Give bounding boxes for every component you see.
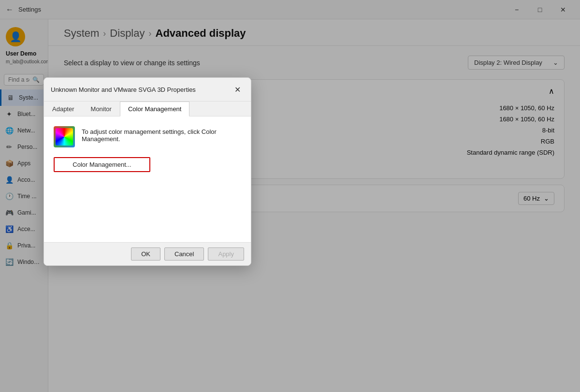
tab-monitor[interactable]: Monitor bbox=[83, 102, 120, 116]
color-wheel bbox=[56, 128, 73, 145]
color-management-button[interactable]: Color Management... bbox=[54, 157, 150, 172]
tab-color-management[interactable]: Color Management bbox=[120, 102, 190, 116]
dialog-close-button[interactable]: ✕ bbox=[231, 83, 244, 96]
cancel-button[interactable]: Cancel bbox=[164, 247, 204, 261]
properties-dialog: Unknown Monitor and VMware SVGA 3D Prope… bbox=[44, 77, 251, 266]
dialog-titlebar: Unknown Monitor and VMware SVGA 3D Prope… bbox=[44, 78, 251, 102]
dialog-content-row: To adjust color management settings, cli… bbox=[54, 126, 241, 147]
ok-button[interactable]: OK bbox=[131, 247, 160, 261]
dialog-footer: OK Cancel Apply bbox=[44, 242, 251, 265]
dialog-title: Unknown Monitor and VMware SVGA 3D Prope… bbox=[51, 86, 196, 93]
dialog-tabs: Adapter Monitor Color Management bbox=[44, 102, 251, 116]
dialog-overlay: Unknown Monitor and VMware SVGA 3D Prope… bbox=[0, 0, 580, 392]
apply-button[interactable]: Apply bbox=[208, 247, 244, 261]
tab-adapter[interactable]: Adapter bbox=[44, 102, 83, 116]
dialog-description: To adjust color management settings, cli… bbox=[82, 126, 241, 143]
dialog-body: To adjust color management settings, cli… bbox=[44, 116, 251, 242]
color-management-icon bbox=[54, 126, 75, 147]
